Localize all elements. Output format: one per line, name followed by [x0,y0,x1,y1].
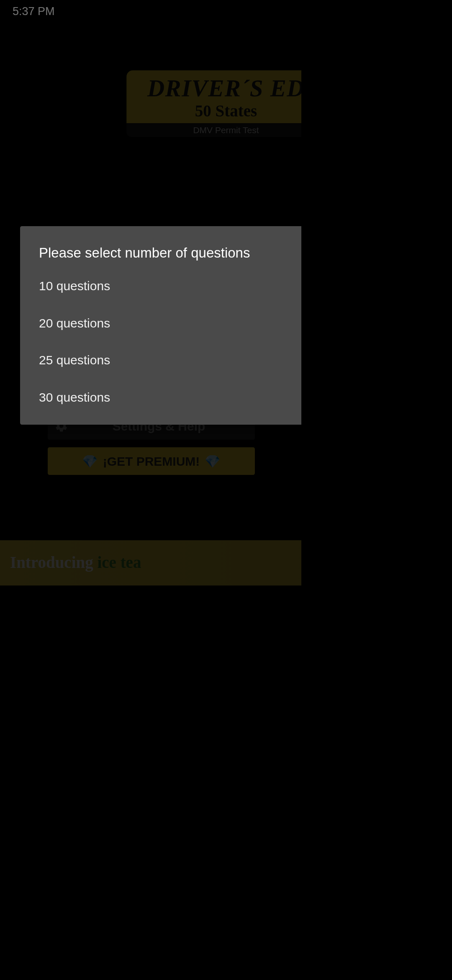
option-20-questions[interactable]: 20 questions [20,305,301,342]
option-25-questions[interactable]: 25 questions [20,342,301,379]
option-10-questions[interactable]: 10 questions [20,268,301,305]
screen: DRIVER´S ED 50 States DMV Permit Test Se… [0,0,301,653]
option-30-questions[interactable]: 30 questions [20,379,301,416]
question-count-dialog: Please select number of questions 10 que… [20,226,301,425]
dialog-title: Please select number of questions [20,245,301,268]
